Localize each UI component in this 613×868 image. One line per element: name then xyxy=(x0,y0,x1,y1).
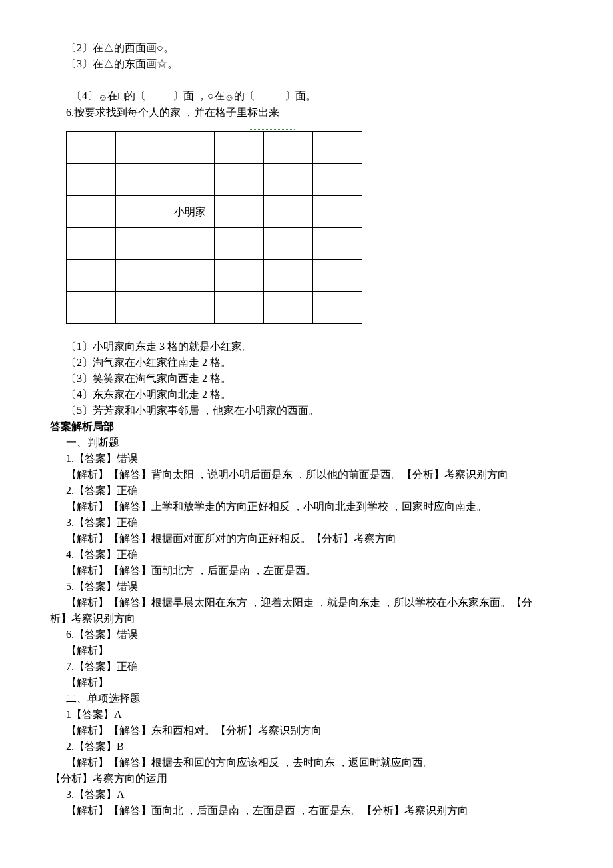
table-row xyxy=(67,132,362,164)
judge-6-explain: 【解析】 xyxy=(50,643,613,659)
q6-sub4: 〔4〕东东家在小明家向北走 2 格。 xyxy=(50,387,613,403)
judge-5-answer: 5.【答案】错误 xyxy=(50,579,613,595)
answers-header: 答案解析局部 xyxy=(50,419,613,435)
q6-sub2: 〔2〕淘气家在小红家往南走 2 格。 xyxy=(50,355,613,371)
table-row xyxy=(67,228,362,260)
judge-1-explain: 【解析】【解答】背向太阳 ，说明小明后面是东 ，所以他的前面是西。【分析】考察识… xyxy=(50,467,613,483)
mc-2-analysis: 【分析】考察方向的运用 xyxy=(50,771,613,787)
mc-2-explain: 【解析】【解答】根据去和回的方向应该相反 ，去时向东 ，返回时就应向西。 xyxy=(50,755,613,771)
q6-text: 6.按要求找到每个人的家 ，并在格子里标出来 xyxy=(50,105,613,121)
table-row xyxy=(67,164,362,196)
q4-line: 〔4〕☺在□的〔 〕面 ，○在☺的〔 〕面。 xyxy=(50,72,613,105)
q6-sub5: 〔5〕芳芳家和小明家事邻居 ，他家在小明家的西面。 xyxy=(50,403,613,419)
q6-sub1: 〔1〕小明家向东走 3 格的就是小红家。 xyxy=(50,339,613,355)
mc-2-answer: 2.【答案】B xyxy=(50,739,613,755)
judge-6-answer: 6.【答案】错误 xyxy=(50,627,613,643)
judge-7-explain: 【解析】 xyxy=(50,675,613,691)
judge-3-answer: 3.【答案】正确 xyxy=(50,515,613,531)
q6-sub3: 〔3〕笑笑家在淘气家向西走 2 格。 xyxy=(50,371,613,387)
q2-text: 〔2〕在△的西面画○。 xyxy=(50,40,613,56)
decorative-dotted-line xyxy=(250,123,295,130)
judge-2-answer: 2.【答案】正确 xyxy=(50,483,613,499)
mc-3-answer: 3.【答案】A xyxy=(50,787,613,803)
table-row xyxy=(67,260,362,292)
q4-part-c: 的〔 〕面。 xyxy=(234,90,316,101)
table-row xyxy=(67,292,362,324)
table-row: 小明家 xyxy=(67,196,362,228)
smiley-icon: ☺ xyxy=(225,91,234,105)
judge-5-explain1: 【解析】【解答】根据早晨太阳在东方 ，迎着太阳走 ，就是向东走 ，所以学校在小东… xyxy=(50,595,613,611)
judge-4-explain: 【解析】【解答】面朝北方 ，后面是南 ，左面是西。 xyxy=(50,563,613,579)
q3-text: 〔3〕在△的东面画☆。 xyxy=(50,56,613,72)
judge-3-explain: 【解析】【解答】根据面对面所对的方向正好相反。【分析】考察方向 xyxy=(50,531,613,547)
q4-part-a: 〔4〕 xyxy=(71,90,98,101)
mc-3-explain: 【解析】【解答】面向北 ，后面是南 ，左面是西 ，右面是东。【分析】考察识别方向 xyxy=(50,803,613,819)
mc-1-answer: 1【答案】A xyxy=(50,707,613,723)
judge-1-answer: 1.【答案】错误 xyxy=(50,451,613,467)
judge-7-answer: 7.【答案】正确 xyxy=(50,659,613,675)
judge-header: 一、判断题 xyxy=(50,435,613,451)
mc-1-explain: 【解析】【解答】东和西相对。【分析】考察识别方向 xyxy=(50,723,613,739)
judge-4-answer: 4.【答案】正确 xyxy=(50,547,613,563)
mc-header: 二、单项选择题 xyxy=(50,691,613,707)
grid-table: 小明家 xyxy=(66,131,362,324)
smiley-icon: ☺ xyxy=(98,91,107,105)
q4-part-b: 在□的〔 〕面 ，○在 xyxy=(107,90,224,101)
xiaoming-cell: 小明家 xyxy=(165,196,215,228)
judge-2-explain: 【解析】【解答】上学和放学走的方向正好相反 ，小明向北走到学校 ，回家时应向南走… xyxy=(50,499,613,515)
judge-5-explain2: 析】考察识别方向 xyxy=(50,611,613,627)
